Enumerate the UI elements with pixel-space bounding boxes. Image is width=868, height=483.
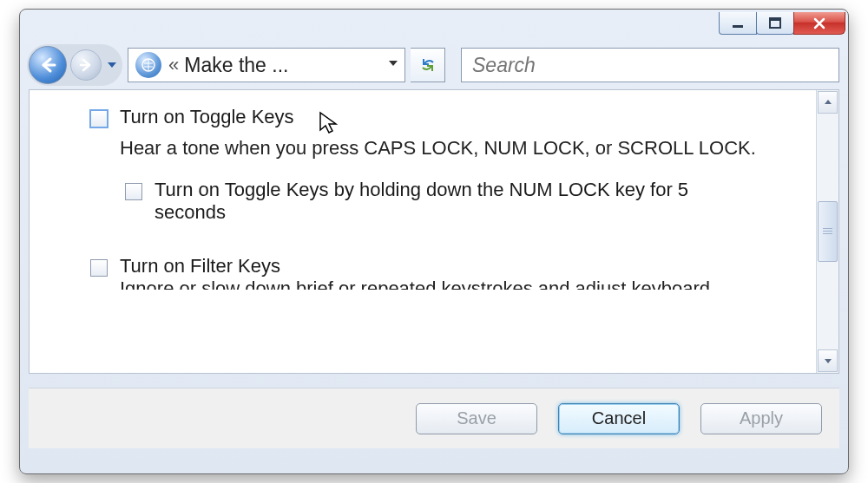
nav-cluster [27,44,122,86]
dialog-footer: Save Cancel Apply [29,388,839,448]
toggle-keys-numlock-row: Turn on Toggle Keys by holding down the … [90,179,781,224]
recent-pages-dropdown[interactable] [105,58,119,72]
address-dropdown[interactable] [382,56,404,74]
filter-keys-description-cut: Ignore or slow down brief or repeated ke… [120,277,781,290]
filter-keys-label: Turn on Filter Keys [120,255,280,277]
chevron-down-icon [823,356,833,366]
refresh-icon [418,55,437,75]
apply-button[interactable]: Apply [700,403,822,434]
maximize-button[interactable] [756,12,794,35]
svg-rect-2 [770,18,780,21]
minimize-button[interactable] [719,12,757,35]
forward-button[interactable] [70,49,102,81]
address-bar[interactable]: « Make the ... [128,48,405,82]
scrollbar-track[interactable] [817,114,838,349]
titlebar [20,10,848,41]
options-list: Turn on Toggle Keys Hear a tone when you… [30,90,816,373]
filter-keys-checkbox[interactable] [90,259,108,277]
scroll-down-button[interactable] [818,349,838,372]
cancel-button[interactable]: Cancel [558,403,680,434]
control-panel-window: « Make the ... Turn on Toggle Keys [19,9,849,474]
chevron-down-icon [386,56,400,70]
arrow-left-icon [37,55,58,75]
breadcrumb-separator: « [168,54,179,76]
toggle-keys-description: Hear a tone when you press CAPS LOCK, NU… [120,137,781,160]
scrollbar-thumb[interactable] [818,201,838,262]
toggle-keys-numlock-label: Turn on Toggle Keys by holding down the … [155,179,736,224]
chevron-up-icon [823,97,833,108]
navigation-bar: « Make the ... [20,41,848,89]
minimize-icon [732,17,744,29]
filter-keys-row: Turn on Filter Keys [90,255,781,277]
save-button[interactable]: Save [416,403,537,434]
toggle-keys-numlock-checkbox[interactable] [125,183,142,200]
search-input[interactable] [470,53,830,78]
refresh-button[interactable] [411,48,445,82]
maximize-icon [769,17,781,29]
back-button[interactable] [29,46,67,84]
content-panel: Turn on Toggle Keys Hear a tone when you… [29,89,839,374]
location-icon [135,52,161,78]
vertical-scrollbar[interactable] [816,90,838,373]
arrow-right-icon [77,56,95,74]
svg-rect-0 [733,25,743,28]
close-button[interactable] [793,12,845,35]
toggle-keys-label: Turn on Toggle Keys [120,106,294,128]
toggle-keys-row: Turn on Toggle Keys [90,106,781,128]
search-box[interactable] [461,48,839,82]
scroll-up-button[interactable] [818,91,838,114]
close-icon [812,16,826,30]
toggle-keys-checkbox[interactable] [90,110,108,127]
chevron-down-icon [106,59,118,71]
breadcrumb-text: Make the ... [184,54,382,77]
